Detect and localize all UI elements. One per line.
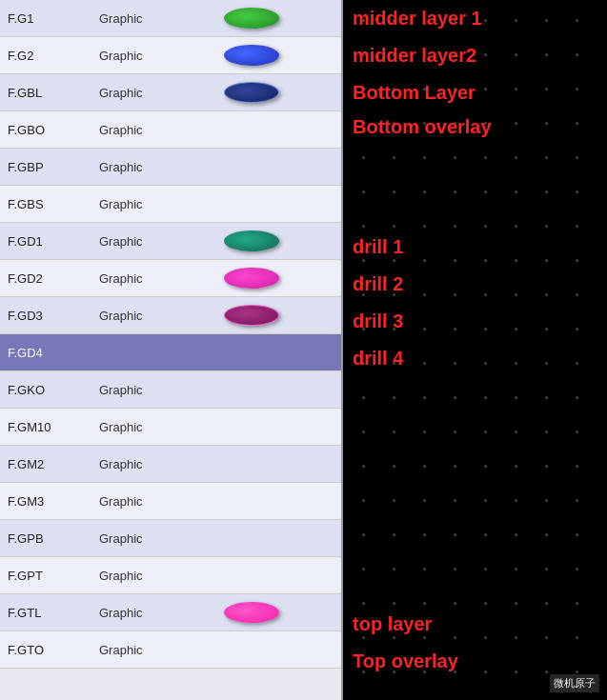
dot	[454, 225, 456, 228]
dot	[423, 190, 426, 193]
layer-icon	[213, 45, 290, 66]
dot	[393, 465, 395, 468]
layer-name: F.GD2	[4, 271, 99, 286]
dot	[362, 259, 365, 262]
dot	[454, 636, 456, 639]
dot	[423, 293, 426, 296]
layer-row[interactable]: F.GD2Graphic	[0, 260, 341, 297]
layer-row[interactable]: F.G1Graphic	[0, 0, 341, 37]
annotation-label: Top overlay	[353, 650, 458, 672]
layer-row[interactable]: F.GBOGraphic	[0, 111, 341, 149]
dot	[576, 533, 578, 536]
dot	[545, 602, 548, 605]
layer-name: F.GTL	[4, 606, 99, 620]
layer-row[interactable]: F.GPTGraphic	[0, 557, 341, 594]
dot	[576, 225, 578, 228]
dot	[484, 362, 487, 365]
dot	[545, 670, 548, 673]
dot	[545, 396, 548, 399]
dot	[576, 259, 578, 262]
layer-row[interactable]: F.GBLGraphic	[0, 74, 341, 111]
dot	[423, 430, 426, 433]
dot	[393, 225, 395, 228]
dot	[515, 499, 517, 502]
layer-name: F.GD4	[4, 346, 99, 360]
layer-name: F.GM3	[4, 494, 99, 509]
dot	[423, 225, 426, 228]
dot	[393, 190, 395, 193]
dot	[423, 602, 426, 605]
layer-icon	[213, 82, 290, 103]
layer-row[interactable]: F.GBPGraphic	[0, 149, 341, 186]
dot	[484, 636, 487, 639]
layer-row[interactable]: F.GTOGraphic	[0, 631, 341, 669]
dot	[362, 499, 365, 502]
layer-blob-icon	[224, 305, 279, 326]
dot	[454, 156, 456, 159]
layer-type: Graphic	[99, 606, 213, 620]
dot	[576, 670, 578, 673]
layer-row[interactable]: F.GM2Graphic	[0, 446, 341, 483]
dot	[454, 190, 456, 193]
layer-name: F.GKO	[4, 383, 99, 397]
dot	[545, 225, 548, 228]
dot	[484, 19, 487, 22]
dot	[576, 156, 578, 159]
layer-name: F.GD3	[4, 309, 99, 323]
layer-row[interactable]: F.G2Graphic	[0, 37, 341, 74]
layer-blob-icon	[224, 230, 279, 251]
dot	[515, 396, 517, 399]
dot	[484, 602, 487, 605]
layer-type: Graphic	[99, 494, 213, 509]
dot	[484, 156, 487, 159]
dot	[545, 19, 548, 22]
layer-row[interactable]: F.GM3Graphic	[0, 483, 341, 520]
dot	[454, 293, 456, 296]
dot	[515, 293, 517, 296]
dot	[454, 328, 456, 330]
dot	[515, 190, 517, 193]
dot	[545, 328, 548, 330]
layer-icon	[213, 230, 290, 251]
layer-type: Graphic	[99, 271, 213, 286]
dot	[484, 88, 487, 90]
dot	[545, 190, 548, 193]
dot	[393, 396, 395, 399]
layer-row[interactable]: F.GD4	[0, 334, 341, 371]
dot	[576, 362, 578, 365]
layer-icon	[213, 305, 290, 326]
annotation-label: Bottom Layer	[353, 82, 475, 104]
dot	[423, 533, 426, 536]
dot	[515, 88, 517, 90]
dot	[423, 259, 426, 262]
annotation-label: Bottom overlay	[353, 116, 492, 138]
dot	[545, 259, 548, 262]
layer-row[interactable]: F.GTLGraphic	[0, 594, 341, 631]
dot	[484, 225, 487, 228]
dot	[454, 362, 456, 365]
dot	[362, 190, 365, 193]
dot	[484, 190, 487, 193]
dot	[515, 53, 517, 56]
layer-row[interactable]: F.GPBGraphic	[0, 520, 341, 557]
layer-blob-icon	[224, 268, 279, 289]
layer-row[interactable]: F.GD1Graphic	[0, 223, 341, 260]
dot	[484, 568, 487, 570]
layer-row[interactable]: F.GD3Graphic	[0, 297, 341, 334]
layer-row[interactable]: F.GKOGraphic	[0, 371, 341, 409]
layer-name: F.GBP	[4, 160, 99, 174]
dot	[515, 568, 517, 570]
layer-row[interactable]: F.GM10Graphic	[0, 409, 341, 446]
layer-row[interactable]: F.GBSGraphic	[0, 186, 341, 223]
dot	[545, 293, 548, 296]
layer-name: F.GBL	[4, 86, 99, 100]
annotation-label: top layer	[353, 613, 432, 635]
layer-icon	[213, 602, 290, 623]
layer-type: Graphic	[99, 197, 213, 211]
dot	[454, 602, 456, 605]
dot	[484, 259, 487, 262]
dot	[454, 396, 456, 399]
dot	[423, 156, 426, 159]
layer-type: Graphic	[99, 49, 213, 63]
dot	[545, 88, 548, 90]
